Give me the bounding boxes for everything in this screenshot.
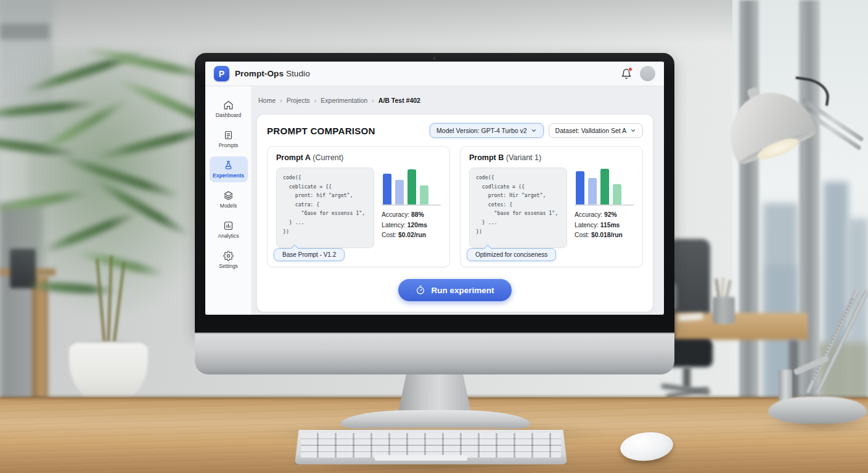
top-bar: P Prompt-Ops Studio <box>205 62 664 86</box>
prompt-b-name: Prompt B <box>469 153 504 162</box>
prompt-comparison-panel: PROMPT COMPARISON Model Version: GPT-4 T… <box>256 114 653 312</box>
chevron-down-icon <box>531 127 537 134</box>
breadcrumb-experimentation[interactable]: Experimentation <box>321 97 367 104</box>
sidebar-item-models[interactable]: Models <box>210 187 248 212</box>
metric-cost: Cost: $0.02/run <box>382 230 441 241</box>
chevron-down-icon <box>630 127 636 134</box>
sidebar-item-settings[interactable]: Settings <box>210 247 248 273</box>
breadcrumb-separator: › <box>280 97 282 104</box>
monitor-stand-neck <box>398 370 472 415</box>
layers-icon <box>223 190 234 201</box>
app-logo: P <box>214 66 229 81</box>
prompt-b-metrics: Accuracy: 92% Latency: 115ms Cost: $0.01… <box>575 210 634 241</box>
pencil <box>721 277 724 298</box>
breadcrumb-projects[interactable]: Projects <box>287 97 310 104</box>
sidebar-item-label: Analytics <box>218 233 239 239</box>
partition-band <box>0 23 49 39</box>
prompt-a-name: Prompt A <box>276 153 311 162</box>
office-scene: P Prompt-Ops Studio <box>0 0 868 473</box>
breadcrumb-separator: › <box>372 97 374 104</box>
sidebar-item-dashboard[interactable]: Dashboard <box>210 96 248 122</box>
chart-bar <box>383 174 391 204</box>
keyboard-keys <box>301 433 561 458</box>
webcam-dot <box>433 57 436 60</box>
flask-icon <box>223 160 234 171</box>
prompt-b-chart <box>575 168 634 206</box>
sidebar: Dashboard Prompts Experiments <box>205 86 252 315</box>
prompt-b-title: Prompt B (Variant 1) <box>469 153 634 162</box>
monitor-chin <box>195 333 674 374</box>
sidebar-item-prompts[interactable]: Prompts <box>210 126 248 152</box>
sidebar-item-label: Experiments <box>213 172 244 179</box>
prompt-a-tag: Base Prompt - V1.2 <box>274 248 345 261</box>
keyboard[interactable] <box>295 430 567 464</box>
prompt-a-code-block: code({ ceblicate = {{ prent: hif "arget"… <box>276 168 374 248</box>
prompt-b-tag: Optimized for conciseness <box>467 248 556 261</box>
user-avatar[interactable] <box>640 66 655 81</box>
chart-bar <box>600 169 609 204</box>
breadcrumb-home[interactable]: Home <box>258 97 276 104</box>
bar-chart-icon <box>223 220 234 231</box>
sidebar-item-analytics[interactable]: Analytics <box>210 217 248 243</box>
metric-cost: Cost: $0.018/run <box>575 230 634 241</box>
model-version-dropdown[interactable]: Model Version: GPT-4 Turbo v2 <box>430 123 544 138</box>
chart-bar <box>407 169 416 204</box>
chart-bar <box>420 185 428 204</box>
prompt-a-variant: (Current) <box>313 153 343 162</box>
model-version-label: Model Version: GPT-4 Turbo v2 <box>436 127 527 134</box>
stopwatch-icon <box>416 285 425 295</box>
metric-accuracy: Accuracy: 92% <box>575 210 634 220</box>
document-icon <box>223 130 234 140</box>
notifications-button[interactable] <box>621 68 632 79</box>
app-title-light: Studio <box>286 69 310 78</box>
office-chair-post <box>683 367 690 388</box>
app-title: Prompt-Ops Studio <box>235 69 310 78</box>
chart-bar <box>576 171 584 204</box>
app-window: P Prompt-Ops Studio <box>205 62 664 315</box>
prompt-b-code-block: code({ codlicate ≡ ({ pront: Hir "arget"… <box>469 168 567 248</box>
prompt-a-chart <box>382 168 441 206</box>
spacebar <box>375 455 467 461</box>
chart-bar <box>588 178 597 204</box>
lamp-post <box>779 370 792 402</box>
breadcrumb-separator: › <box>314 97 317 104</box>
dataset-label: Dataset: Valldation Set A <box>555 127 626 134</box>
pencil <box>715 278 721 299</box>
sidebar-item-label: Models <box>220 203 237 209</box>
chart-bar <box>395 180 404 204</box>
app-title-bold: Prompt-Ops <box>235 69 284 78</box>
prompt-b-variant: (Variant 1) <box>506 153 541 162</box>
run-experiment-button[interactable]: Run experiment <box>398 279 511 301</box>
prompt-a-card: Prompt A (Current) code({ ceblicate = {{… <box>267 146 450 267</box>
prompt-a-metrics: Accuracy: 88% Latency: 120ms Cost: $0.02… <box>382 210 441 241</box>
prompt-a-code: code({ ceblicate = {{ prent: hif "arget"… <box>283 173 367 236</box>
prompt-b-card: Prompt B (Variant 1) code({ codlicate ≡ … <box>460 146 643 267</box>
home-icon <box>223 100 234 110</box>
run-experiment-label: Run experiment <box>431 286 494 295</box>
monitor-chin-seam <box>195 333 674 334</box>
page-title: PROMPT COMPARISON <box>267 126 375 136</box>
metric-accuracy: Accuracy: 88% <box>382 210 441 220</box>
metric-latency: Latency: 120ms <box>382 220 441 231</box>
prompt-a-title: Prompt A (Current) <box>276 153 441 162</box>
pen-cup <box>713 297 735 324</box>
plant-pot <box>69 342 148 404</box>
prompt-b-code: code({ codlicate ≡ ({ pront: Hir "arget"… <box>476 173 560 236</box>
breadcrumb-current: A/B Test #402 <box>379 97 420 104</box>
sidebar-item-label: Prompts <box>219 142 239 148</box>
monitor-stand-base-edge <box>345 427 525 430</box>
gear-icon <box>223 251 234 261</box>
breadcrumb: Home › Projects › Experimentation › A/B … <box>256 86 653 114</box>
lamp-base <box>768 397 867 424</box>
sidebar-item-experiments[interactable]: Experiments <box>210 156 248 182</box>
sidebar-item-label: Dashboard <box>216 112 242 118</box>
sidebar-item-label: Settings <box>219 263 238 269</box>
metric-latency: Latency: 115ms <box>575 220 634 231</box>
dataset-dropdown[interactable]: Dataset: Valldation Set A <box>549 123 643 138</box>
content-area: Home › Projects › Experimentation › A/B … <box>252 86 664 315</box>
notification-badge <box>628 67 633 71</box>
chart-bar <box>613 184 621 204</box>
